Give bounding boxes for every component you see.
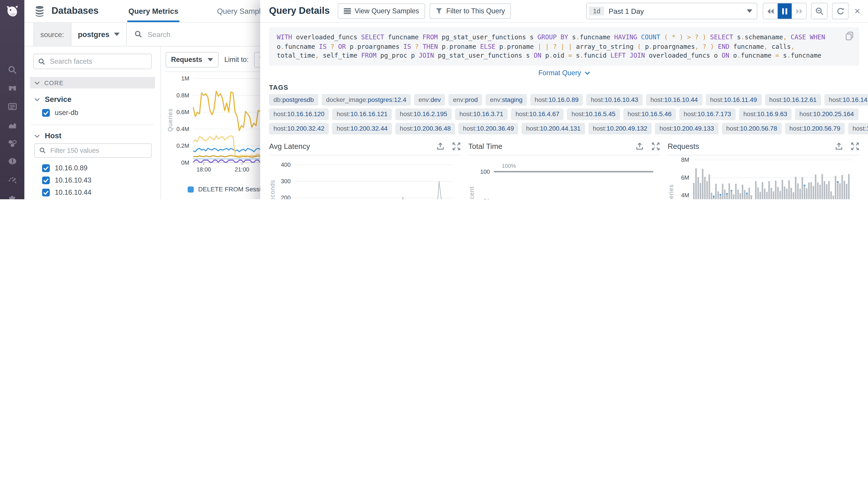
list-icon (344, 8, 351, 14)
tag[interactable]: host:10.16.10.44 (646, 94, 702, 105)
tag[interactable]: host:10.16.12.61 (765, 94, 821, 105)
tag[interactable]: host:10.16.2.195 (395, 108, 452, 120)
tag[interactable]: host:10.200.32.42 (269, 123, 329, 134)
facet-search-input[interactable] (49, 57, 147, 66)
funnel-icon (436, 8, 442, 14)
requests-chart[interactable]: Queries 0M2M4M6M8M18:00Tue 1006:0012:00 (668, 155, 859, 199)
facet-filter[interactable] (34, 143, 152, 158)
avg-latency-chart[interactable]: Milliseconds 010020030040018:00Tue 1006:… (269, 155, 460, 199)
svg-text:50: 50 (484, 198, 490, 199)
facet-item-10.16.10.44[interactable]: 10.16.10.44 (42, 186, 152, 199)
chevron-down-icon (584, 71, 590, 74)
tab-query-metrics[interactable]: Query Metrics (125, 0, 182, 22)
tag[interactable]: env:staging (486, 94, 527, 105)
facet-search[interactable] (33, 54, 152, 69)
query-details-drawer: Query Details View Query Samples Filter … (260, 0, 868, 199)
tag[interactable]: host:10.16.16.121 (332, 108, 392, 120)
tag[interactable]: host:10.16.0.89 (530, 94, 583, 105)
facet-item-10.16.10.43[interactable]: 10.16.10.43 (42, 174, 152, 186)
facet-item-user-db[interactable]: user-db (42, 107, 152, 119)
tag[interactable]: host:10.200.36.49 (458, 123, 518, 134)
tag[interactable]: env:prod (448, 94, 482, 105)
filter-to-this-query-button[interactable]: Filter to This Query (430, 3, 511, 19)
svg-text:100: 100 (480, 168, 490, 174)
tag[interactable]: host:10.200.44.131 (522, 123, 585, 134)
legend-label[interactable]: DELETE FROM Sessio... (198, 186, 270, 193)
search-icon (134, 31, 142, 38)
facet-group-host[interactable]: Host (34, 132, 152, 140)
checkbox-checked[interactable] (42, 109, 50, 117)
tag[interactable]: host:10.200.36.48 (395, 123, 455, 134)
tag[interactable]: host:10.16.3.71 (455, 108, 508, 120)
fullscreen-icon[interactable] (851, 142, 859, 151)
chart-title: Requests (668, 142, 699, 151)
tag[interactable]: host:1... (848, 123, 868, 134)
fullscreen-icon[interactable] (452, 142, 461, 151)
datadog-logo[interactable] (0, 0, 24, 22)
checkbox-checked[interactable] (42, 189, 50, 196)
legend-swatch[interactable] (188, 186, 194, 192)
export-icon[interactable] (636, 142, 644, 151)
metric-select[interactable]: Requests (165, 52, 219, 68)
tag[interactable]: host:10.200.25.164 (795, 108, 858, 120)
tag[interactable]: host:10.16.5.45 (567, 108, 620, 120)
tag[interactable]: host:10.16.16.120 (269, 108, 329, 120)
fullscreen-icon[interactable] (651, 142, 660, 151)
tag[interactable]: host:10.16.11.49 (706, 94, 762, 105)
facet-section-header[interactable]: CORE (30, 77, 155, 88)
time-range-select[interactable]: 1d Past 1 Day (586, 3, 758, 19)
tag[interactable]: db:postgresdb (269, 94, 318, 105)
total-time-chart[interactable]: Percent 05010018:00Tue 1006:0012:00100% (468, 155, 660, 199)
export-icon[interactable] (436, 142, 445, 151)
source-select[interactable]: postgres (71, 23, 127, 46)
search-icon (38, 58, 45, 65)
tag[interactable]: host:10.16.9.63 (739, 108, 792, 120)
tag[interactable]: docker_image:postgres:12.4 (322, 94, 411, 105)
tag[interactable]: host:10.200.56.79 (785, 123, 845, 134)
chart-title: Avg Latency (269, 142, 310, 151)
tag[interactable]: host:10.16.4.67 (511, 108, 564, 120)
close-drawer-icon[interactable]: × (855, 5, 860, 17)
view-query-samples-button[interactable]: View Query Samples (338, 3, 425, 19)
checkbox-checked[interactable] (42, 164, 50, 172)
tag[interactable]: host:10.16.5.46 (623, 108, 676, 120)
format-query-button[interactable]: Format Query (269, 66, 859, 80)
sql-query-block[interactable]: WITH overloaded_funcs SELECT funcname FR… (269, 27, 859, 66)
svg-text:0.6M: 0.6M (176, 109, 189, 115)
tag[interactable]: host:10.200.32.44 (332, 123, 392, 134)
infrastructure-hexagons-icon[interactable] (0, 134, 24, 152)
drawer-header: Query Details View Query Samples Filter … (260, 0, 868, 23)
tag[interactable]: env:dev (414, 94, 445, 105)
events-icon[interactable] (0, 97, 24, 116)
svg-text:1M: 1M (181, 75, 189, 82)
tag[interactable]: host:10.200.56.78 (722, 123, 782, 134)
pause-button[interactable] (778, 3, 793, 19)
tags-title: TAGS (269, 84, 859, 91)
monitors-alert-icon[interactable] (0, 152, 24, 170)
apm-gauge-icon[interactable] (0, 170, 24, 189)
tag[interactable]: host:10.16.7.173 (679, 108, 736, 120)
facet-item-10.16.0.89[interactable]: 10.16.0.89 (42, 162, 152, 174)
tag[interactable]: host:10.16.14.93 (825, 94, 868, 105)
copy-icon[interactable] (845, 32, 854, 40)
search-icon[interactable] (0, 61, 24, 79)
zoom-out-button[interactable] (811, 3, 828, 19)
facet-item-10.16.11.49[interactable]: 10.16.11.49 (42, 199, 152, 199)
y-axis-title: Milliseconds (269, 180, 276, 199)
watchdog-binoculars-icon[interactable] (0, 79, 24, 97)
requests-card: Requests Queries 0M2M4M6M8M18:00Tue 1006… (668, 141, 859, 199)
export-icon[interactable] (835, 142, 843, 151)
tag[interactable]: host:10.200.49.133 (655, 123, 718, 134)
time-forward-button[interactable] (793, 3, 806, 19)
integrations-puzzle-icon[interactable] (0, 189, 24, 199)
time-backward-button[interactable] (764, 3, 778, 19)
svg-text:0M: 0M (181, 160, 189, 166)
facet-filter-input[interactable] (49, 146, 147, 155)
facet-group-service[interactable]: Service (34, 95, 152, 103)
refresh-button[interactable] (832, 3, 849, 19)
metrics-icon[interactable] (0, 116, 24, 134)
checkbox-checked[interactable] (42, 176, 50, 184)
tag[interactable]: host:10.16.10.43 (586, 94, 643, 105)
tag[interactable]: host:10.200.49.132 (588, 123, 652, 134)
y-axis-title: Queries (668, 184, 674, 199)
